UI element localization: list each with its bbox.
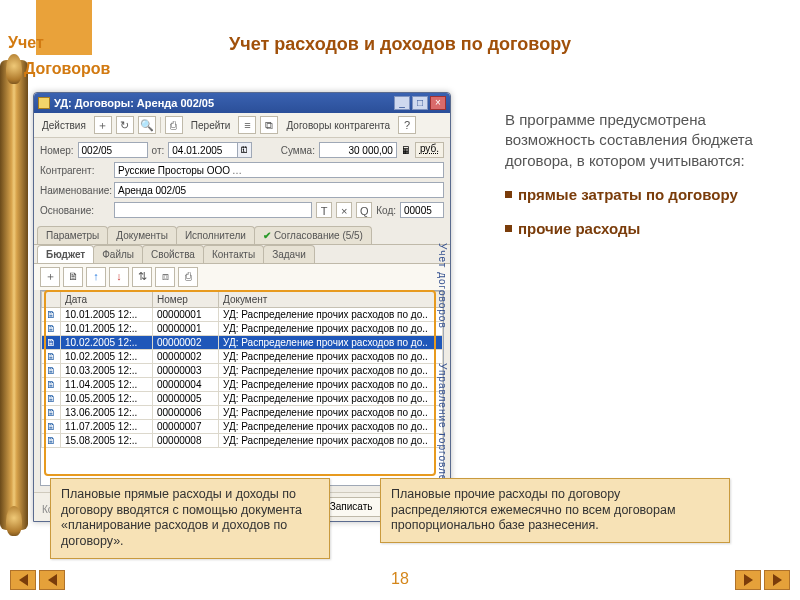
col-number[interactable]: Номер (153, 292, 219, 308)
code-label: Код: (376, 205, 396, 216)
cell-document: УД: Распределение прочих расходов по до.… (219, 350, 443, 364)
grid-add-icon[interactable]: ＋ (40, 267, 60, 287)
row-doc-icon: 🗎 (42, 392, 61, 406)
sum-label: Сумма: (281, 145, 315, 156)
cell-date: 13.06.2005 12:.. (61, 406, 153, 420)
bullet-icon (505, 225, 512, 232)
table-row[interactable]: 🗎10.02.2005 12:..00000002УД: Распределен… (42, 336, 443, 350)
grid-print-icon[interactable]: ⎙ (178, 267, 198, 287)
contragent-input[interactable]: Русские Просторы ООО (114, 162, 444, 178)
table-row[interactable]: 🗎10.01.2005 12:..00000001УД: Распределен… (42, 322, 443, 336)
name-label: Наименование: (40, 185, 110, 196)
grid-down-icon[interactable]: ↓ (109, 267, 129, 287)
cell-number: 00000002 (153, 350, 219, 364)
bullet-icon (505, 191, 512, 198)
tab-tasks[interactable]: Задачи (263, 245, 315, 263)
cell-number: 00000001 (153, 322, 219, 336)
cell-date: 10.01.2005 12:.. (61, 322, 153, 336)
calc-icon[interactable]: 🖩 (401, 145, 411, 156)
documents-grid[interactable]: Дата Номер Документ 🗎10.01.2005 12:..000… (40, 290, 444, 486)
calendar-icon[interactable]: 🗓 (238, 142, 252, 158)
tab-performers[interactable]: Исполнители (176, 226, 255, 244)
menu-actions[interactable]: Действия (38, 119, 90, 132)
cell-date: 10.01.2005 12:.. (61, 308, 153, 322)
nav-prev-button[interactable] (39, 570, 65, 590)
nav-last-button[interactable] (764, 570, 790, 590)
tool-extra-2-icon[interactable]: ⧉ (260, 116, 278, 134)
cell-document: УД: Распределение прочих расходов по до.… (219, 434, 443, 448)
row-doc-icon: 🗎 (42, 406, 61, 420)
currency-button[interactable]: руб. (415, 142, 444, 158)
table-row[interactable]: 🗎11.04.2005 12:..00000004УД: Распределен… (42, 378, 443, 392)
row-doc-icon: 🗎 (42, 434, 61, 448)
cell-document: УД: Распределение прочих расходов по до.… (219, 336, 443, 350)
side-tab-1[interactable]: Учет договоров (434, 243, 448, 329)
col-document[interactable]: Документ (219, 292, 443, 308)
tool-help-icon[interactable]: ? (398, 116, 416, 134)
close-button[interactable]: × (430, 96, 446, 110)
basis-select-icon[interactable]: T (316, 202, 332, 218)
row-doc-icon: 🗎 (42, 364, 61, 378)
code-input[interactable]: 00005 (400, 202, 444, 218)
tab-params[interactable]: Параметры (37, 226, 108, 244)
cell-date: 11.04.2005 12:.. (61, 378, 153, 392)
cell-date: 10.03.2005 12:.. (61, 364, 153, 378)
row-doc-icon: 🗎 (42, 308, 61, 322)
table-row[interactable]: 🗎13.06.2005 12:..00000006УД: Распределен… (42, 406, 443, 420)
basis-label: Основание: (40, 205, 110, 216)
col-icon[interactable] (42, 292, 61, 308)
cell-document: УД: Распределение прочих расходов по до.… (219, 308, 443, 322)
basis-input[interactable] (114, 202, 312, 218)
titlebar[interactable]: УД: Договоры: Аренда 002/05 _ □ × (34, 93, 450, 113)
tab-documents[interactable]: Документы (107, 226, 177, 244)
number-input[interactable]: 002/05 (78, 142, 148, 158)
footer-save-label: Записать (330, 501, 373, 512)
cell-number: 00000003 (153, 364, 219, 378)
tool-extra-1-icon[interactable]: ≡ (238, 116, 256, 134)
sum-input[interactable]: 30 000,00 (319, 142, 397, 158)
tab-budget[interactable]: Бюджет (37, 245, 94, 263)
grid-up-icon[interactable]: ↑ (86, 267, 106, 287)
basis-clear-icon[interactable]: × (336, 202, 352, 218)
table-row[interactable]: 🗎10.02.2005 12:..00000002УД: Распределен… (42, 350, 443, 364)
table-row[interactable]: 🗎15.08.2005 12:..00000008УД: Распределен… (42, 434, 443, 448)
date-input[interactable]: 04.01.2005 (168, 142, 238, 158)
row-doc-icon: 🗎 (42, 336, 61, 350)
menu-goto[interactable]: Перейти (187, 119, 235, 132)
tab-properties[interactable]: Свойства (142, 245, 204, 263)
decor-gold-strip (36, 0, 92, 55)
cell-date: 10.02.2005 12:.. (61, 350, 153, 364)
tool-refresh-icon[interactable]: ↻ (116, 116, 134, 134)
tool-new-icon[interactable]: ＋ (94, 116, 112, 134)
nav-first-button[interactable] (10, 570, 36, 590)
table-row[interactable]: 🗎11.07.2005 12:..00000007УД: Распределен… (42, 420, 443, 434)
breadcrumb-line1: Учет (8, 34, 44, 52)
table-row[interactable]: 🗎10.03.2005 12:..00000003УД: Распределен… (42, 364, 443, 378)
grid-open-icon[interactable]: 🗎 (63, 267, 83, 287)
table-row[interactable]: 🗎10.01.2005 12:..00000001УД: Распределен… (42, 308, 443, 322)
col-date[interactable]: Дата (61, 292, 153, 308)
cell-date: 10.02.2005 12:.. (61, 336, 153, 350)
cell-number: 00000006 (153, 406, 219, 420)
tab-files[interactable]: Файлы (93, 245, 143, 263)
minimize-button[interactable]: _ (394, 96, 410, 110)
tab-approval[interactable]: ✔Согласование (5/5) (254, 226, 372, 244)
cell-number: 00000005 (153, 392, 219, 406)
tab-contacts[interactable]: Контакты (203, 245, 264, 263)
tool-print-icon[interactable]: ⎙ (165, 116, 183, 134)
menu-contragent-docs[interactable]: Договоры контрагента (282, 119, 394, 132)
grid-sort-icon[interactable]: ⇅ (132, 267, 152, 287)
table-row[interactable]: 🗎10.05.2005 12:..00000005УД: Распределен… (42, 392, 443, 406)
nav-next-button[interactable] (735, 570, 761, 590)
side-tab-2[interactable]: Управление торговлей (434, 363, 448, 488)
grid-filter-icon[interactable]: ⧈ (155, 267, 175, 287)
maximize-button[interactable]: □ (412, 96, 428, 110)
slide-title: Учет расходов и доходов по договору (150, 34, 650, 55)
toolbar: Действия ＋ ↻ 🔍 ⎙ Перейти ≡ ⧉ Договоры ко… (34, 113, 450, 138)
tab-approval-label: Согласование (5/5) (274, 230, 363, 241)
description-block: В программе предусмотрена возможность со… (505, 110, 765, 239)
tool-find-icon[interactable]: 🔍 (138, 116, 156, 134)
page-number: 18 (0, 570, 800, 588)
basis-lookup-icon[interactable]: Q (356, 202, 372, 218)
name-input[interactable]: Аренда 002/05 (114, 182, 444, 198)
